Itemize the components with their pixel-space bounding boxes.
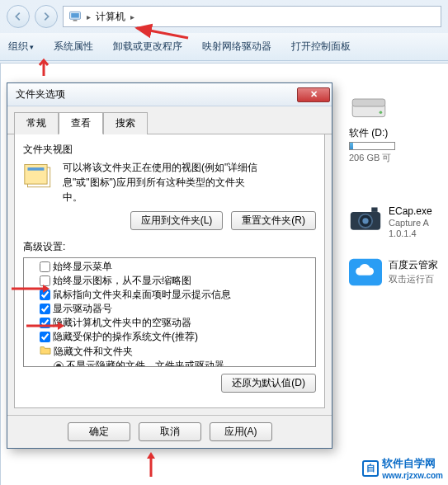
folder-stack-icon bbox=[23, 160, 56, 193]
tree-item[interactable]: 始终显示图标，从不显示缩略图 bbox=[24, 274, 315, 288]
reset-folders-button[interactable]: 重置文件夹(R) bbox=[231, 211, 316, 230]
svg-rect-12 bbox=[25, 164, 47, 184]
folder-view-label: 文件夹视图 bbox=[23, 143, 316, 157]
tree-item[interactable]: 始终显示菜单 bbox=[24, 260, 315, 274]
tree-checkbox[interactable] bbox=[40, 275, 50, 286]
tree-item[interactable]: 隐藏文件和文件夹 bbox=[24, 344, 315, 359]
folder-icon bbox=[40, 345, 51, 358]
svg-point-5 bbox=[380, 111, 383, 114]
dialog-title: 文件夹选项 bbox=[16, 87, 297, 101]
svg-rect-2 bbox=[73, 20, 78, 21]
dialog-titlebar[interactable]: 文件夹选项 ✕ bbox=[7, 83, 332, 106]
tree-checkbox[interactable] bbox=[40, 332, 50, 342]
tree-item[interactable]: 鼠标指向文件夹和桌面项时显示提示信息 bbox=[24, 288, 315, 302]
tree-checkbox[interactable] bbox=[40, 304, 50, 314]
watermark: 自 软件自学网 www.rjzxw.com bbox=[362, 456, 443, 480]
toolbar-system-properties[interactable]: 系统属性 bbox=[54, 40, 93, 54]
tree-item[interactable]: 隐藏计算机文件夹中的空驱动器 bbox=[24, 316, 315, 330]
tree-item-label: 不显示隐藏的文件、文件夹或驱动器 bbox=[66, 360, 224, 367]
file-ecap[interactable]: ECap.exe Capture A 1.0.1.4 bbox=[349, 205, 448, 238]
advanced-settings-tree[interactable]: 始终显示菜单始终显示图标，从不显示缩略图鼠标指向文件夹和桌面项时显示提示信息显示… bbox=[23, 257, 316, 367]
tree-checkbox[interactable] bbox=[40, 318, 50, 328]
restore-defaults-button[interactable]: 还原为默认值(D) bbox=[221, 374, 316, 393]
advanced-label: 高级设置: bbox=[23, 240, 316, 254]
chevron-right-icon: ▸ bbox=[87, 12, 91, 21]
baidu-cloud-icon bbox=[349, 258, 382, 286]
apply-to-folders-button[interactable]: 应用到文件夹(L) bbox=[130, 211, 224, 230]
tree-item[interactable]: 隐藏受保护的操作系统文件(推荐) bbox=[24, 330, 315, 344]
file-baidu[interactable]: 百度云管家 双击运行百 bbox=[349, 258, 448, 286]
tab-view[interactable]: 查看 bbox=[59, 112, 103, 134]
toolbar: 组织 ▾ 系统属性 卸载或更改程序 映射网络驱动器 打开控制面板 bbox=[0, 33, 448, 61]
tab-search[interactable]: 搜索 bbox=[103, 112, 148, 134]
tree-item-label: 隐藏受保护的操作系统文件(推荐) bbox=[53, 331, 198, 343]
apply-button[interactable]: 应用(A) bbox=[210, 422, 272, 441]
tree-item-label: 显示驱动器号 bbox=[53, 303, 112, 315]
toolbar-organize[interactable]: 组织 ▾ bbox=[8, 40, 34, 54]
chevron-right-icon: ▸ bbox=[130, 12, 134, 21]
toolbar-control-panel[interactable]: 打开控制面板 bbox=[291, 40, 351, 54]
hard-drive-icon bbox=[349, 92, 389, 121]
tree-item-label: 隐藏文件和文件夹 bbox=[54, 346, 133, 358]
drive-usage-bar bbox=[349, 142, 395, 150]
tree-checkbox[interactable] bbox=[40, 290, 50, 300]
address-bar[interactable]: ▸ 计算机 ▸ bbox=[63, 6, 441, 27]
folder-options-dialog: 文件夹选项 ✕ 常规 查看 搜索 文件夹视图 可以将该文件夹正在使用的视图(例如… bbox=[7, 82, 332, 449]
tree-radio[interactable] bbox=[54, 361, 64, 368]
svg-rect-9 bbox=[371, 207, 377, 211]
tree-item-label: 隐藏计算机文件夹中的空驱动器 bbox=[53, 317, 191, 329]
tree-item-label: 始终显示菜单 bbox=[53, 261, 112, 273]
camera-icon bbox=[349, 205, 382, 233]
nav-forward-button[interactable] bbox=[35, 5, 58, 28]
watermark-icon: 自 bbox=[362, 460, 379, 477]
svg-point-8 bbox=[362, 218, 368, 224]
cancel-button[interactable]: 取消 bbox=[139, 422, 201, 441]
tab-general[interactable]: 常规 bbox=[14, 112, 59, 134]
tree-item[interactable]: 不显示隐藏的文件、文件夹或驱动器 bbox=[24, 359, 315, 367]
close-button[interactable]: ✕ bbox=[297, 87, 330, 102]
svg-rect-4 bbox=[352, 99, 385, 106]
tree-item-label: 鼠标指向文件夹和桌面项时显示提示信息 bbox=[53, 289, 231, 301]
toolbar-map-drive[interactable]: 映射网络驱动器 bbox=[202, 40, 271, 54]
svg-rect-13 bbox=[27, 167, 44, 171]
tree-checkbox[interactable] bbox=[40, 261, 50, 272]
nav-back-button[interactable] bbox=[7, 5, 30, 28]
toolbar-uninstall[interactable]: 卸载或更改程序 bbox=[113, 40, 182, 54]
computer-icon bbox=[68, 11, 82, 22]
tree-item[interactable]: 显示驱动器号 bbox=[24, 302, 315, 316]
drive-d[interactable]: 软件 (D:) 206 GB 可 bbox=[349, 92, 448, 164]
svg-rect-1 bbox=[71, 13, 79, 18]
tree-item-label: 始终显示图标，从不显示缩略图 bbox=[53, 275, 191, 287]
ok-button[interactable]: 确定 bbox=[68, 422, 130, 441]
breadcrumb-computer[interactable]: 计算机 bbox=[96, 10, 125, 24]
